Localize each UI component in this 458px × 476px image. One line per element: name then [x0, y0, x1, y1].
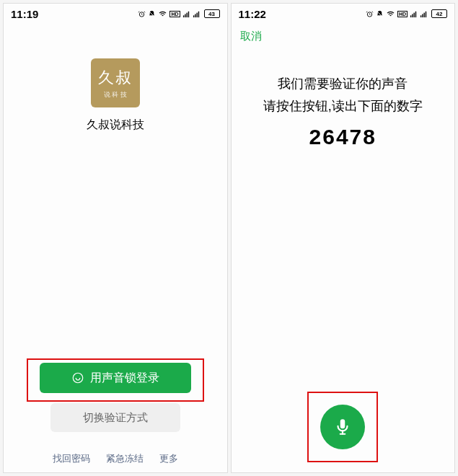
cancel-button[interactable]: 取消: [240, 30, 262, 43]
svg-rect-14: [412, 14, 413, 17]
emergency-freeze-link[interactable]: 紧急冻结: [106, 452, 144, 465]
voice-login-label: 用声音锁登录: [90, 371, 159, 386]
svg-rect-13: [410, 15, 411, 17]
status-bar: 11:22 HD 42: [232, 4, 455, 24]
svg-rect-18: [422, 14, 423, 17]
svg-rect-7: [195, 14, 195, 17]
verify-instructions: 我们需要验证你的声音 请按住按钮,读出下面的数字: [232, 73, 455, 117]
battery-icon: 43: [204, 9, 220, 18]
status-time: 11:22: [239, 8, 266, 20]
svg-rect-6: [193, 15, 193, 17]
signal-icon-1: [410, 10, 418, 18]
mic-button-area: [312, 396, 374, 458]
svg-rect-4: [186, 12, 187, 17]
voice-login-button[interactable]: 用声音锁登录: [40, 363, 191, 393]
signal-icon-2: [420, 10, 428, 18]
voice-lock-icon: [71, 371, 84, 384]
hd-icon: HD: [169, 11, 180, 17]
app-avatar: 久叔 说 科 技: [91, 58, 140, 107]
switch-method-label: 切换验证方式: [83, 411, 148, 425]
wifi-icon: [158, 10, 167, 18]
wifi-icon: [386, 10, 395, 18]
svg-rect-21: [340, 419, 345, 428]
verify-line-1: 我们需要验证你的声音: [232, 73, 455, 95]
svg-rect-5: [188, 11, 188, 17]
mute-icon: [148, 10, 156, 18]
more-link[interactable]: 更多: [159, 452, 178, 465]
switch-method-button[interactable]: 切换验证方式: [50, 403, 180, 432]
svg-rect-20: [426, 11, 426, 17]
status-time: 11:19: [11, 8, 38, 20]
status-bar: 11:19 HD 43: [4, 4, 227, 24]
microphone-icon: [333, 418, 352, 436]
avatar-text-small: 说 科 技: [104, 90, 127, 100]
svg-rect-17: [420, 15, 421, 17]
footer-links: 找回密码 紧急冻结 更多: [53, 452, 178, 465]
microphone-button[interactable]: [320, 405, 365, 449]
svg-rect-2: [182, 15, 183, 17]
svg-rect-9: [198, 11, 198, 17]
find-password-link[interactable]: 找回密码: [53, 452, 90, 465]
svg-rect-19: [424, 12, 425, 17]
svg-point-10: [73, 373, 83, 383]
svg-rect-3: [185, 14, 185, 17]
verify-line-2: 请按住按钮,读出下面的数字: [232, 95, 455, 118]
account-name: 久叔说科技: [87, 118, 144, 133]
verification-number: 26478: [232, 125, 455, 149]
signal-icon-1: [182, 10, 190, 18]
hd-icon: HD: [397, 11, 408, 17]
status-icons: HD 43: [138, 9, 219, 18]
phone-screen-left: 11:19 HD 43 久叔 说 科 技 久叔说科技 用声音锁登录 切换验证方式…: [3, 3, 228, 473]
signal-icon-2: [193, 10, 201, 18]
svg-rect-16: [415, 11, 416, 17]
alarm-icon: [138, 10, 146, 18]
svg-rect-8: [196, 12, 197, 17]
mute-icon: [376, 10, 384, 18]
phone-screen-right: 11:22 HD 42 取消 我们需要验证你的声音 请按住按钮,读出下面的数字 …: [231, 3, 456, 473]
bottom-actions: 用声音锁登录 切换验证方式 找回密码 紧急冻结 更多: [4, 363, 227, 465]
avatar-text-big: 久叔: [98, 67, 133, 89]
status-icons: HD 42: [366, 9, 447, 18]
battery-icon: 42: [431, 9, 447, 18]
alarm-icon: [366, 10, 374, 18]
svg-rect-15: [414, 12, 415, 17]
